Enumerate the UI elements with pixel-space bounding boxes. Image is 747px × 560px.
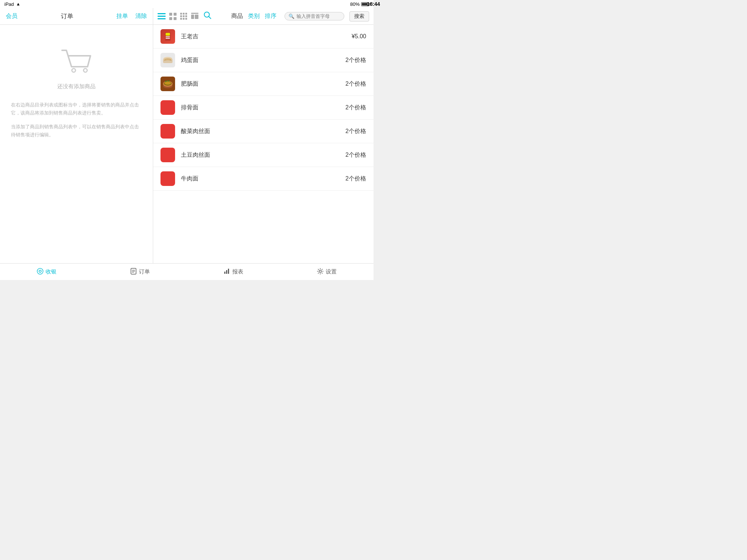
svg-rect-8 [183,13,185,15]
svg-rect-14 [183,18,185,20]
cart-icon-container [58,47,95,77]
grid-small-icon[interactable] [180,13,187,20]
search-input[interactable] [297,13,340,19]
list-view-icon[interactable] [158,13,166,20]
left-panel: 还没有添加商品 在右边商品目录列表或图标当中，选择将要销售的商品并点击它，该商品… [0,25,153,263]
product-item[interactable]: 王老吉 ¥5.00 [153,25,374,48]
product-thumbnail [160,29,175,44]
product-thumbnail [160,100,175,115]
svg-rect-3 [169,13,172,16]
svg-rect-9 [185,13,187,15]
clear-button[interactable]: 清除 [135,12,147,20]
product-item[interactable]: 土豆肉丝面 2个价格 [153,143,374,167]
svg-rect-25 [166,36,170,37]
instruction-paragraph-2: 当添加了商品到销售商品列表中，可以在销售商品列表中点击待销售项进行编辑。 [11,123,142,139]
product-list: 王老吉 ¥5.00 鸡蛋面 2个价格 [153,25,374,191]
svg-rect-4 [174,13,177,16]
product-price: 2个价格 [345,80,366,88]
table-view-icon[interactable] [191,13,198,20]
search-toggle-icon[interactable] [204,11,212,21]
view-mode-icons [158,13,198,20]
product-name: 肥肠面 [181,80,345,88]
tab-cashier[interactable]: 收银 [30,265,64,279]
member-button[interactable]: 会员 [6,12,18,20]
wifi-icon: ▲ [16,1,20,7]
settings-tab-label: 设置 [326,268,337,275]
svg-rect-0 [158,13,166,14]
svg-rect-10 [180,15,182,17]
product-price: 2个价格 [345,151,366,159]
order-tab-icon [130,268,137,276]
svg-point-34 [39,270,41,272]
svg-rect-39 [224,272,225,274]
product-name: 牛肉面 [181,175,345,183]
tab-settings[interactable]: 设置 [310,265,344,279]
search-glass-icon: 🔍 [289,13,294,19]
product-item[interactable]: 肥肠面 2个价格 [153,72,374,96]
svg-rect-16 [191,13,198,14]
product-name: 土豆肉丝面 [181,151,345,159]
svg-point-22 [84,69,87,72]
nav-right-section: 商品 类别 排序 🔍 搜索 [153,8,374,24]
bottom-tab-bar: 收银 订单 报表 设置 [0,263,374,280]
product-item[interactable]: 排骨面 2个价格 [153,96,374,120]
battery-percent: 80% [350,1,360,7]
top-nav-bar: 会员 订单 挂单 清除 [0,8,374,25]
status-left: iPad ▲ [4,1,20,7]
cashier-tab-label: 收银 [46,268,57,275]
product-name: 鸡蛋面 [181,57,345,64]
product-name: 排骨面 [181,104,345,112]
svg-line-20 [209,16,211,19]
product-item[interactable]: 鸡蛋面 2个价格 [153,48,374,72]
svg-point-21 [72,69,76,72]
status-right: 80% [350,1,369,7]
svg-point-33 [37,268,43,274]
sort-nav-label[interactable]: 排序 [265,12,276,20]
cashier-tab-icon [37,268,43,276]
svg-rect-12 [185,15,187,17]
right-panel: 王老吉 ¥5.00 鸡蛋面 2个价格 [153,25,374,263]
main-content: 还没有添加商品 在右边商品目录列表或图标当中，选择将要销售的商品并点击它，该商品… [0,25,374,263]
svg-rect-11 [183,15,185,17]
hang-button[interactable]: 挂单 [116,12,128,20]
svg-rect-26 [166,38,170,39]
device-label: iPad [4,1,14,7]
svg-rect-7 [180,13,182,15]
nav-left-section: 会员 订单 挂单 清除 [0,8,153,24]
category-nav-label[interactable]: 类别 [248,12,260,20]
svg-point-32 [165,82,171,85]
cart-icon [58,47,95,76]
tab-report[interactable]: 报表 [216,265,251,279]
order-tab-label: 订单 [139,268,150,275]
grid-large-icon[interactable] [169,13,177,20]
product-thumbnail [160,124,175,139]
product-item[interactable]: 酸菜肉丝面 2个价格 [153,120,374,143]
svg-rect-24 [166,33,170,36]
svg-rect-41 [228,269,229,274]
product-price: 2个价格 [345,57,366,64]
product-thumbnail [160,53,175,67]
search-button[interactable]: 搜索 [349,11,369,22]
product-name: 王老吉 [181,33,352,40]
product-price: 2个价格 [345,175,366,183]
svg-rect-18 [195,15,198,19]
tab-order[interactable]: 订单 [123,265,157,279]
cart-empty-area: 还没有添加商品 [57,47,96,101]
report-tab-label: 报表 [232,268,243,275]
product-thumbnail [160,77,175,91]
product-price: 2个价格 [345,104,366,112]
svg-rect-1 [158,16,166,17]
svg-rect-13 [180,18,182,20]
svg-rect-15 [185,18,187,20]
instruction-paragraph-1: 在右边商品目录列表或图标当中，选择将要销售的商品并点击它，该商品将添加到销售商品… [11,101,142,117]
battery-icon [361,2,369,6]
svg-rect-6 [174,17,177,20]
product-item[interactable]: 牛肉面 2个价格 [153,167,374,191]
svg-rect-2 [158,18,166,19]
product-name: 酸菜肉丝面 [181,128,345,135]
settings-tab-icon [317,268,324,276]
product-price: ¥5.00 [352,33,366,40]
product-thumbnail [160,148,175,162]
status-bar: iPad ▲ 18:44 80% [0,0,374,8]
search-box: 🔍 [285,12,344,20]
